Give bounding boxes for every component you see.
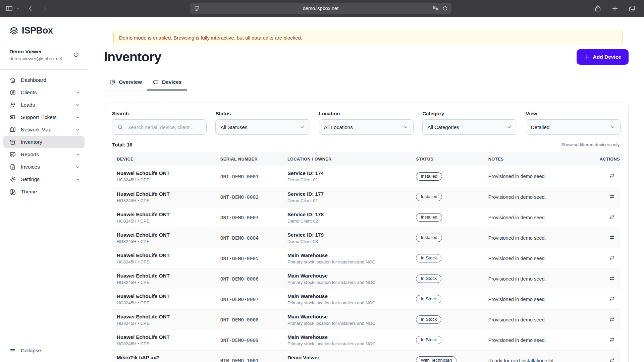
reader-icon[interactable] [194,5,200,11]
transfer-device-button[interactable] [608,213,616,222]
view-select[interactable]: Detailed [526,119,621,135]
tab-devices[interactable]: Devices [147,79,187,90]
forward-icon[interactable] [41,5,49,12]
sidebar-item-settings[interactable]: Settings [3,173,85,185]
page-title: Inventory [104,50,161,64]
back-icon[interactable] [26,5,34,12]
reload-icon[interactable] [442,5,448,11]
transfer-device-button[interactable] [608,193,616,201]
notes-cell: Provisioned in demo seed. [484,289,596,309]
chevron-down-icon [75,115,80,120]
user-email: demo-viewer@ispbox.net [9,56,62,61]
sidebar-item-leads[interactable]: Leads [3,99,85,111]
transfer-icon [609,255,615,261]
share-icon[interactable] [594,5,602,12]
url-text: demo.ispbox.net [303,6,338,11]
select-value: All Categories [427,124,459,130]
add-device-button[interactable]: Add Device [577,49,629,65]
brand: ISPBox [0,17,88,36]
chart-board-icon [9,151,16,158]
location-cell: Demo ViewerTechnician [283,350,412,362]
status-badge: With Technician [416,356,457,362]
filter-label: View [526,111,621,116]
location-cell: Service ID: 174Demo Client 01 [283,166,412,187]
chevron-down-icon [610,124,615,130]
table-row: Huawei EchoLife ONTHG8245H • CPE ONT-DEM… [112,187,621,207]
sidebar-item-reports[interactable]: Reports [3,148,85,161]
chevron-down-icon [75,152,80,157]
user-plus-icon [9,102,16,108]
device-cell: Huawei EchoLife ONTHG8245H • CPE [112,187,216,207]
actions-cell [596,207,621,228]
notes-cell: Provisioned in demo seed. [484,166,596,187]
collapse-sidebar-button[interactable]: Collapse [3,344,85,357]
user-block: Demo Viewer demo-viewer@ispbox.net [9,49,82,61]
status-cell: With Technician [412,350,484,362]
status-cell: In Stock [412,248,484,268]
transfer-device-button[interactable] [608,234,616,242]
gear-icon [9,176,16,183]
sidebar-item-theme[interactable]: Theme [3,185,85,198]
search-input[interactable] [127,124,202,130]
transfer-device-button[interactable] [608,295,616,304]
status-badge: Installed [416,234,442,242]
tab-overview[interactable]: Overview [104,79,147,90]
sidebar-item-invoices[interactable]: Invoices [3,161,85,173]
serial-cell: ONT-DEMO-0004 [216,228,283,248]
table-row: Huawei EchoLife ONTHG8245H • CPE ONT-DEM… [112,309,621,330]
table-row: Huawei EchoLife ONTHG8245H • CPE ONT-DEM… [112,166,621,187]
toolbar-chevron-down-icon[interactable] [16,6,20,10]
location-cell: Service ID: 178Demo Client 02 [283,207,412,228]
status-select[interactable]: All Statuses [215,119,310,135]
notes-cell: Provisioned in demo seed. [484,207,596,228]
actions-cell [596,248,621,268]
filter-label: Location [319,111,414,116]
main-content: Demo mode is enabled. Browsing is fully … [88,17,644,362]
status-cell: Installed [412,166,484,187]
search-filter: Search [112,111,207,135]
transfer-device-button[interactable] [608,315,616,324]
chevron-down-icon [75,102,80,108]
device-cell: MikroTik hAP ax2C52iG-5HaxD2HaxD • Route… [112,350,216,362]
transfer-device-button[interactable] [608,336,616,345]
notes-cell: Provisioned in demo seed. [484,309,596,330]
search-icon [117,124,123,130]
swatch-icon [9,188,16,195]
transfer-icon [609,316,615,322]
status-badge: In Stock [416,254,441,262]
chevron-down-icon [506,124,512,130]
tab-overview-icon[interactable] [628,5,636,12]
sidebar-item-dashboard[interactable]: Dashboard [3,74,85,86]
user-circle-icon [9,89,16,96]
select-value: Detailed [531,124,550,130]
new-tab-icon[interactable] [611,5,619,12]
actions-cell [596,166,621,187]
sidebar-item-inventory[interactable]: Inventory [3,136,85,148]
transfer-device-button[interactable] [608,254,616,263]
address-bar[interactable]: demo.ispbox.net [190,3,451,14]
logout-button[interactable] [70,49,82,61]
status-badge: Installed [416,213,442,222]
chevron-down-icon [403,124,409,130]
actions-cell [596,330,621,350]
user-name: Demo Viewer [9,49,62,55]
sidebar-nav: Dashboard Clients Leads Support Tickets … [0,70,88,344]
demo-mode-banner: Demo mode is enabled. Browsing is fully … [113,30,623,45]
category-select[interactable]: All Categories [422,119,517,135]
sidebar-item-clients[interactable]: Clients [3,86,85,99]
location-select[interactable]: All Locations [319,119,414,135]
sidebar-item-label: Support Tickets [21,114,57,120]
view-filter: View Detailed [526,111,621,135]
transfer-device-button[interactable] [608,275,616,283]
serial-cell: ONT-DEMO-0006 [216,268,283,289]
sidebar-toggle-icon[interactable] [5,5,13,12]
transfer-device-button[interactable] [608,172,616,181]
collapse-icon [9,347,16,354]
transfer-icon [609,234,615,241]
sidebar-item-network-map[interactable]: Network Map [3,123,85,136]
sidebar-item-support-tickets[interactable]: Support Tickets [3,111,85,123]
location-cell: Service ID: 177Demo Client 01 [283,187,412,207]
map-icon [9,126,16,133]
transfer-device-button[interactable] [608,356,616,362]
translate-icon[interactable] [433,5,439,11]
